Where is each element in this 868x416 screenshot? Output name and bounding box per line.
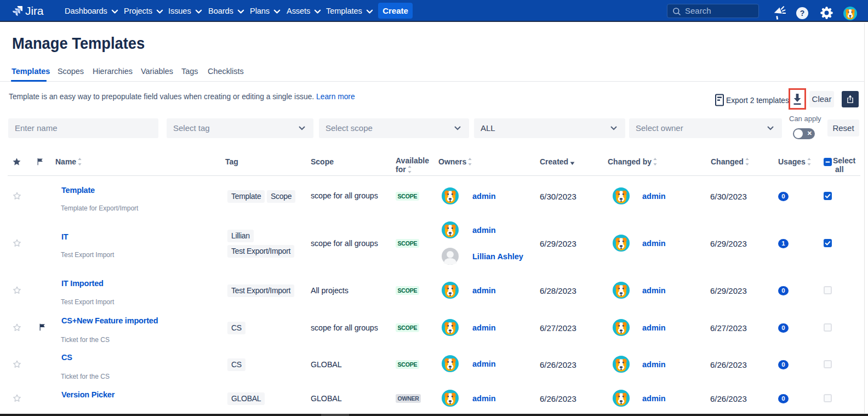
svg-text:?: ? xyxy=(800,9,805,18)
